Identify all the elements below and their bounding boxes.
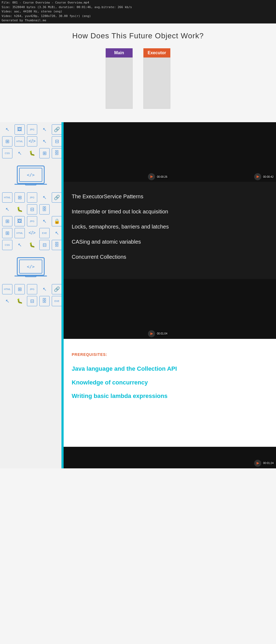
course-content-main: The ExecutorService Patterns Interruptib… <box>64 182 276 279</box>
section-title: How Does This Future Object Work? <box>5 32 271 40</box>
icon-brick: ⊟ <box>27 204 37 214</box>
icons-left-panel: ↖ 🖼 JPG ↖ 🔗 ⊞ HTML </> ↖ ⊟ CSS ↖ 🐛 ⊞ 🗄 <… <box>0 122 61 468</box>
laptop-icon-large-container: </> <box>0 161 61 190</box>
file-info-line4: Video: h264, yuv420p, 1280x720, 30.00 fp… <box>2 14 274 19</box>
icon-grid6: ⊞ <box>15 284 25 294</box>
main-box-header: Main <box>106 48 133 57</box>
icon-grid3: ⊞ <box>15 192 25 203</box>
icon-html2: HTML <box>2 192 12 203</box>
main-box-body <box>106 57 133 109</box>
icon-grid: ⊞ <box>2 136 12 146</box>
video-thumb-1[interactable]: 00:00:26 <box>64 122 170 182</box>
icon-lock2: 🔒 <box>52 216 61 226</box>
file-info-bar: File: 001 - Course Overview - Course Ove… <box>0 0 276 23</box>
icon-code2: </> <box>27 228 37 238</box>
icon-exe2: EXE <box>52 296 61 306</box>
course-item-4: CASing and atomic variables <box>72 238 268 246</box>
icon-code: </> <box>27 136 37 146</box>
icon-css2: CSS <box>2 240 12 250</box>
video-grid-bottom: 00:01:04 <box>64 279 276 339</box>
file-info-line2: Size: 3528040 bytes (3.36 MiB), duration… <box>2 5 274 10</box>
file-info-line5: Generated by Thumbnail.me <box>2 18 274 23</box>
file-info-line3: Video: aac, 44100 Hz, stereo (eng) <box>2 9 274 14</box>
course-item-5: Concurrent Collections <box>72 253 268 261</box>
icon-db4: 🗄 <box>39 296 50 306</box>
prereq-item-2: Knowledge of concurrency <box>72 379 268 387</box>
icon-empty <box>52 204 61 214</box>
icon-network: ⊟ <box>52 136 61 146</box>
svg-text:</>: </> <box>27 172 35 178</box>
icon-jpg3: JPG <box>27 216 37 226</box>
icon-cursor9: ↖ <box>15 240 25 250</box>
video-row-3: 00:01:24 <box>61 447 276 468</box>
icon-cursor8: ↖ <box>52 228 61 238</box>
icon-html4: HTML <box>2 284 12 294</box>
icon-lock: 🔗 <box>52 124 61 135</box>
future-object-section: How Does This Future Object Work? Main E… <box>0 23 276 122</box>
icon-bug2: 🐛 <box>15 204 25 214</box>
laptop-icon-large2-container: </> <box>0 252 61 282</box>
prereq-item-1: Java language and the Collection API <box>72 365 268 373</box>
icon-cursor4: ↖ <box>15 148 25 158</box>
video-grid-top: 00:00:26 00:00:42 <box>64 122 276 182</box>
svg-text:</>: </> <box>27 264 35 269</box>
timestamp-1: 00:00:26 <box>156 175 168 179</box>
icon-brick3: ⊟ <box>27 296 37 306</box>
video-thumb-4[interactable] <box>170 279 276 339</box>
timestamp-2: 00:00:42 <box>262 175 274 179</box>
course-content-wrapper: The ExecutorService Patterns Interruptib… <box>61 182 276 279</box>
icon-cursor2: ↖ <box>39 124 50 135</box>
icon-cursor5: ↖ <box>39 192 50 203</box>
icon-db2: 🗄 <box>39 204 50 214</box>
left-accent-2 <box>61 182 64 279</box>
laptop-icon-large: </> <box>15 163 47 188</box>
timestamp-3: 00:01:04 <box>156 332 168 335</box>
icons-grid-top: ↖ 🖼 JPG ↖ 🔗 ⊞ HTML </> ↖ ⊟ CSS ↖ 🐛 ⊞ 🗄 <box>0 122 61 161</box>
executor-box-header: Executor <box>143 48 170 57</box>
play-btn-4[interactable] <box>254 460 261 467</box>
video-thumb-bottom[interactable]: 00:01:24 <box>64 447 276 468</box>
video-overlay-2: 00:00:42 <box>254 173 274 180</box>
prereq-content: PREREQUISITES: Java language and the Col… <box>64 339 276 447</box>
icon-grid2: ⊞ <box>39 148 50 158</box>
prereq-item-3: Writing basic lambda expressions <box>72 392 268 400</box>
icon-bug: 🐛 <box>27 148 37 158</box>
video-overlay-3: 00:01:04 <box>148 330 168 337</box>
icon-jpg2: JPG <box>27 192 37 203</box>
icon-db3: 🗄 <box>52 240 61 250</box>
video-overlay-4: 00:01:24 <box>254 460 274 467</box>
prerequisites-wrapper: PREREQUISITES: Java language and the Col… <box>61 339 276 447</box>
left-accent-4 <box>61 339 64 447</box>
video-row-2: 00:01:04 <box>61 279 276 339</box>
laptop-icon-large2: </> <box>15 255 47 279</box>
icon-img2: 🖼 <box>15 216 25 226</box>
icon-cursor: ↖ <box>2 124 12 135</box>
executor-box: Executor <box>143 48 170 109</box>
course-item-3: Locks, semaphores, barriers and latches <box>72 223 268 230</box>
video-thumb-3[interactable]: 00:01:04 <box>64 279 170 339</box>
play-btn-1[interactable] <box>148 173 155 180</box>
icon-image: 🖼 <box>15 124 25 135</box>
diagram-boxes: Main Executor <box>5 48 271 109</box>
main-box: Main <box>106 48 133 109</box>
icon-brick2: ⊟ <box>39 240 50 250</box>
icons-grid-extra: HTML ⊞ JPG ↖ 🔗 ↖ 🐛 ⊟ 🗄 EXE <box>0 282 61 308</box>
executor-box-body <box>143 57 170 109</box>
icon-grid5: ⊞ <box>2 228 12 238</box>
icon-jpg: JPG <box>27 124 37 135</box>
icon-cursor10: ↖ <box>39 284 50 294</box>
left-accent-5 <box>61 447 64 468</box>
play-btn-3[interactable] <box>148 330 155 337</box>
course-item-2: Interruptible or timed out lock acquisit… <box>72 208 268 215</box>
video-thumb-2[interactable]: 00:00:42 <box>170 122 276 182</box>
left-accent-3 <box>61 279 64 339</box>
icon-jpg4: JPG <box>27 284 37 294</box>
play-btn-2[interactable] <box>254 173 261 180</box>
video-row-1: 00:00:26 00:00:42 <box>61 122 276 182</box>
left-accent-1 <box>61 122 64 182</box>
icon-link2: 🔗 <box>52 284 61 294</box>
course-item-1: The ExecutorService Patterns <box>72 193 268 200</box>
icons-grid-bottom: HTML ⊞ JPG ↖ 🔗 ↖ 🐛 ⊟ 🗄 ⊞ 🖼 JPG ↖ 🔒 ⊞ HTM… <box>0 190 61 252</box>
icon-bug3: 🐛 <box>27 240 37 250</box>
icon-exe: EXE <box>39 228 50 238</box>
